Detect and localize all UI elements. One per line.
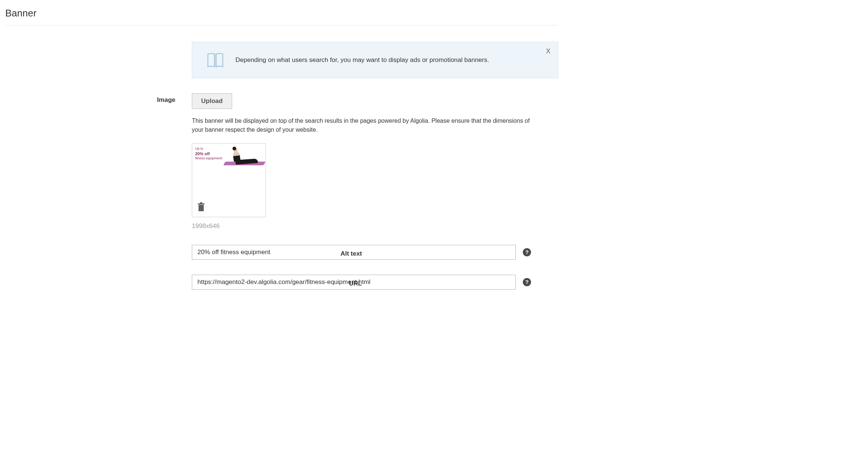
close-icon[interactable]: X — [546, 47, 550, 55]
banner-preview-copy: Up to 20% off fitness equipment! — [195, 147, 222, 161]
alt-text-row: Alt text ? — [192, 245, 558, 260]
image-help-text: This banner will be displayed on top of … — [192, 116, 531, 134]
image-label: Image — [5, 93, 184, 104]
info-notice: Depending on what users search for, you … — [192, 42, 558, 78]
trash-icon[interactable] — [197, 202, 206, 212]
help-icon[interactable]: ? — [522, 248, 531, 257]
svg-text:?: ? — [525, 249, 528, 255]
svg-rect-3 — [198, 203, 204, 205]
upload-button[interactable]: Upload — [192, 93, 232, 109]
banner-preview: Up to 20% off fitness equipment! — [192, 143, 266, 217]
book-icon — [206, 50, 225, 70]
image-dimensions: 1998x646 — [192, 222, 531, 230]
image-row: Image Upload This banner will be display… — [192, 93, 558, 230]
svg-rect-2 — [199, 205, 204, 211]
section-title: Banner — [5, 7, 558, 25]
url-row: URL ? — [192, 275, 558, 290]
alt-text-label: Alt text — [192, 247, 371, 257]
svg-text:?: ? — [525, 279, 528, 285]
svg-rect-4 — [200, 202, 202, 203]
url-label: URL — [192, 277, 371, 287]
banner-preview-image: Up to 20% off fitness equipment! — [192, 144, 265, 168]
banner-preview-figure — [224, 147, 265, 165]
help-icon[interactable]: ? — [522, 278, 531, 287]
info-notice-text: Depending on what users search for, you … — [235, 56, 489, 64]
